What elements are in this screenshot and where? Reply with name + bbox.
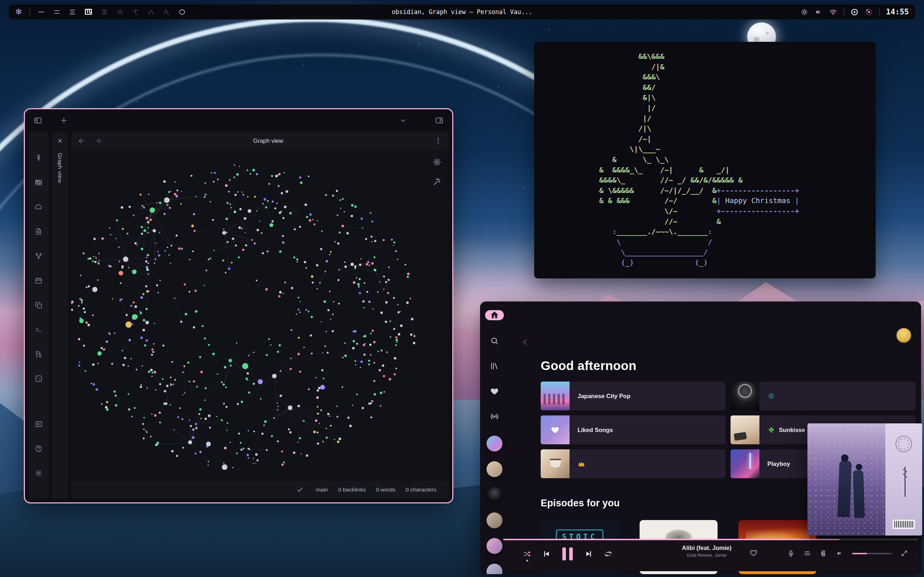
- home-button[interactable]: [485, 310, 504, 320]
- playlist-avatar-2[interactable]: [486, 461, 502, 477]
- playlist-avatar-4[interactable]: [486, 513, 502, 528]
- obsidian-header-right: [399, 116, 444, 125]
- shortcut-tile-🌍[interactable]: [730, 382, 915, 410]
- player-right-controls: [787, 550, 908, 557]
- connect-device-button[interactable]: [820, 550, 827, 557]
- close-tab-icon[interactable]: [57, 137, 63, 144]
- ribbon-copy-icon[interactable]: [35, 301, 43, 309]
- album-badge-stamp: [895, 436, 912, 452]
- graph-canvas[interactable]: [71, 150, 449, 481]
- nav-back-icon[interactable]: [78, 137, 86, 145]
- wifi-icon[interactable]: [829, 8, 837, 16]
- shortcut-tile-👑[interactable]: [541, 449, 725, 478]
- fullscreen-button[interactable]: [901, 550, 908, 557]
- ribbon-random-note-icon[interactable]: [35, 375, 43, 383]
- ribbon-calendar-icon[interactable]: [35, 277, 43, 285]
- liked-songs-heart-icon[interactable]: [490, 387, 499, 396]
- obsidian-body: Graph view Graph view main 0 backlinks: [25, 132, 452, 502]
- obsidian-header: [25, 109, 452, 132]
- navigate-back-icon[interactable]: [520, 338, 530, 347]
- queue-button[interactable]: [803, 550, 811, 557]
- sync-check-icon[interactable]: [296, 486, 304, 493]
- track-artists[interactable]: Gold Revere, Jomie: [682, 553, 732, 558]
- like-track-button[interactable]: [750, 549, 758, 557]
- workspace-2-special[interactable]: [53, 8, 61, 16]
- workspace-7-empty[interactable]: [132, 8, 139, 16]
- obsidian-ribbon: [29, 132, 49, 499]
- globe-emoji-icon: [767, 392, 775, 400]
- ribbon-settings-icon[interactable]: [35, 469, 43, 477]
- graph-filter-wand-icon[interactable]: [432, 177, 441, 187]
- now-playing-info: Alibi (feat. Jomie) Gold Revere, Jomie: [682, 545, 732, 558]
- ribbon-terminal-icon[interactable]: [35, 326, 43, 334]
- track-progress-bar[interactable]: [503, 539, 918, 540]
- ribbon-cloud-icon[interactable]: [35, 203, 43, 211]
- previous-track-button[interactable]: [542, 550, 551, 558]
- new-tab-icon[interactable]: [60, 116, 68, 125]
- volume-slider[interactable]: [852, 553, 892, 554]
- snowflake-icon[interactable]: ❄: [15, 8, 23, 16]
- tile-artwork: [541, 382, 570, 410]
- tile-artwork: [541, 449, 570, 478]
- profile-avatar[interactable]: [896, 327, 912, 343]
- playlist-avatar-1[interactable]: [486, 436, 502, 451]
- screen-record-icon[interactable]: [850, 8, 859, 16]
- shuffle-active-dot: [526, 560, 528, 561]
- tile-artwork: [730, 382, 759, 410]
- shuffle-button[interactable]: [523, 550, 531, 558]
- figure-head: [841, 455, 848, 462]
- workspace-6-empty[interactable]: [116, 8, 124, 16]
- workspace-10-overview[interactable]: [178, 8, 186, 16]
- tile-artwork: [730, 416, 759, 444]
- chevron-down-icon[interactable]: [399, 116, 407, 125]
- workspace-switcher: [37, 8, 186, 16]
- podcast-icon[interactable]: [490, 412, 499, 421]
- next-track-button[interactable]: [584, 550, 593, 558]
- pane-header: Graph view: [71, 132, 449, 150]
- obsidian-window: Graph view Graph view main 0 backlinks: [24, 108, 453, 503]
- terminal-window[interactable]: &&\&&& /|& &&&\ &&/ &|\ |/ |/ /|\ /~| \|…: [534, 42, 876, 279]
- figure-silhouette: [837, 461, 851, 517]
- mute-button[interactable]: [836, 550, 843, 557]
- library-icon[interactable]: [490, 361, 499, 371]
- color-picker-icon[interactable]: [865, 8, 873, 16]
- workspace-3-occupied[interactable]: [69, 8, 76, 16]
- workspace-4-focused[interactable]: [84, 8, 93, 16]
- shortcut-tile-Japanese City Pop[interactable]: Japanese City Pop: [541, 382, 725, 410]
- workspace-9-empty[interactable]: [163, 8, 170, 16]
- pause-button[interactable]: [562, 548, 573, 561]
- backlinks-count: 0 backlinks: [338, 487, 366, 493]
- lavender-sprig: [905, 467, 906, 497]
- track-progress-fill: [503, 539, 840, 540]
- playlist-avatar-3[interactable]: [486, 487, 502, 503]
- shortcut-tile-Liked Songs[interactable]: Liked Songs: [541, 416, 725, 444]
- graph-settings-icon[interactable]: [432, 158, 441, 167]
- ribbon-help-icon[interactable]: [35, 445, 43, 453]
- workspace-8-empty[interactable]: [147, 8, 155, 16]
- ribbon-table-icon[interactable]: [35, 179, 43, 187]
- track-title[interactable]: Alibi (feat. Jomie): [682, 545, 732, 551]
- ribbon-binary-icon[interactable]: [35, 350, 43, 358]
- workspace-1-occupied[interactable]: [37, 8, 45, 16]
- playlist-avatar-5[interactable]: [486, 538, 502, 554]
- tile-label: [577, 460, 585, 468]
- stacked-tab-title[interactable]: Graph view: [57, 153, 63, 183]
- ribbon-quill-icon[interactable]: [35, 154, 43, 162]
- nav-forward-icon[interactable]: [94, 137, 102, 145]
- ribbon-vault-icon[interactable]: [35, 420, 43, 428]
- brightness-icon[interactable]: [800, 8, 809, 16]
- repeat-button[interactable]: [604, 550, 612, 558]
- toggle-right-sidebar-icon[interactable]: [435, 116, 444, 125]
- workspace-5-empty[interactable]: [101, 8, 108, 16]
- ribbon-graph-icon[interactable]: [35, 252, 43, 260]
- more-options-icon[interactable]: [434, 137, 442, 145]
- toggle-left-sidebar-icon[interactable]: [34, 116, 42, 125]
- graph-view[interactable]: [71, 150, 449, 481]
- lyrics-button[interactable]: [787, 550, 795, 557]
- figure-head: [856, 464, 862, 470]
- search-icon[interactable]: [490, 336, 499, 345]
- spotify-left-rail: [480, 301, 509, 574]
- volume-icon[interactable]: [815, 8, 823, 16]
- playlist-avatar-6[interactable]: [486, 564, 502, 574]
- ribbon-file-search-icon[interactable]: [35, 227, 43, 235]
